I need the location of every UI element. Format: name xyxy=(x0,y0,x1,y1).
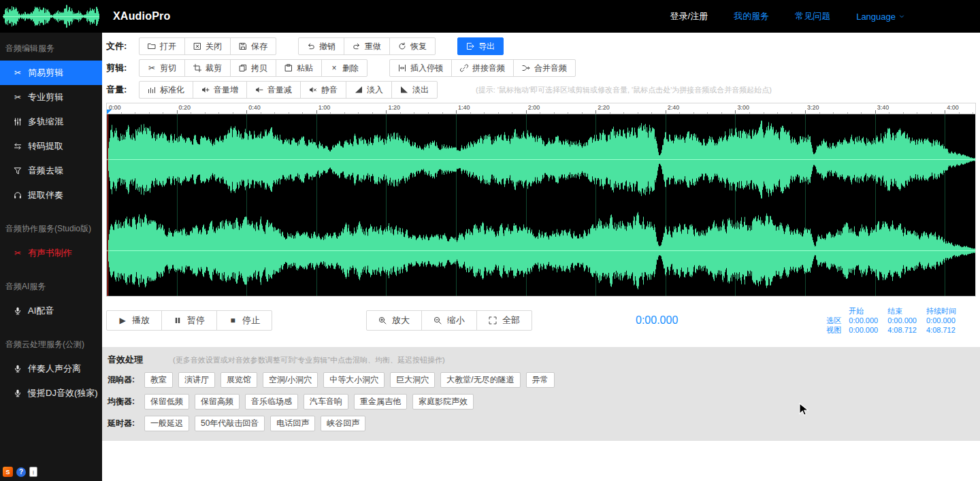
insert-pause-button[interactable]: 插入停顿 xyxy=(389,59,452,77)
zoom-out-button[interactable]: 缩小 xyxy=(421,310,477,331)
restore-button[interactable]: 恢复 xyxy=(389,37,436,55)
save-button[interactable]: 保存 xyxy=(230,37,276,55)
mic-icon xyxy=(14,389,22,397)
cut-button[interactable]: ✂剪切 xyxy=(139,59,185,77)
effect-button[interactable]: 音乐临场感 xyxy=(245,394,298,410)
top-bar: XAudioPro 登录/注册我的服务常见问题Language xyxy=(0,0,980,33)
effect-button[interactable]: 演讲厅 xyxy=(178,372,215,388)
zoom-out-icon xyxy=(434,316,442,325)
sidebar-item[interactable]: ✂简易剪辑 xyxy=(0,61,102,85)
extension-icon[interactable]: S xyxy=(3,467,13,477)
effect-button[interactable]: 大教堂/无尽的隧道 xyxy=(440,372,520,388)
sidebar-item[interactable]: ✂专业剪辑 xyxy=(0,85,102,110)
undo-icon xyxy=(307,42,315,50)
zoom-in-button[interactable]: 放大 xyxy=(366,310,422,331)
effect-button[interactable]: 保留高频 xyxy=(195,394,240,410)
close-icon xyxy=(193,42,201,50)
ruler-minor-tick xyxy=(833,112,834,114)
help-icon[interactable]: ? xyxy=(16,467,26,477)
play-button[interactable]: ▶播放 xyxy=(106,310,162,331)
effect-button[interactable]: 峡谷回声 xyxy=(321,416,365,431)
ruler-minor-tick xyxy=(931,112,932,114)
ruler-minor-tick xyxy=(358,112,359,114)
button-label: 标准化 xyxy=(160,84,184,96)
nav-link[interactable]: Language xyxy=(856,12,905,22)
play-icon: ▶ xyxy=(118,316,127,325)
zoom-controls: 放大缩小全部 xyxy=(366,310,532,331)
menu-icon[interactable]: ⁝ xyxy=(29,467,37,477)
ruler-minor-tick xyxy=(582,112,583,114)
stop-icon: ■ xyxy=(229,316,237,325)
fade-out-button[interactable]: 淡出 xyxy=(391,81,438,99)
pause-button[interactable]: 暂停 xyxy=(161,310,217,331)
main-content: 文件:打开关闭保存撤销重做恢复导出剪辑:✂剪切裁剪拷贝粘贴×删除插入停顿拼接音频… xyxy=(102,33,980,481)
effect-button[interactable]: 家庭影院声效 xyxy=(412,394,474,410)
sidebar-item[interactable]: 转码提取 xyxy=(0,134,102,159)
effect-button[interactable]: 电话回声 xyxy=(270,416,315,431)
fade-in-button[interactable]: 淡入 xyxy=(346,81,392,99)
copy-button[interactable]: 拷贝 xyxy=(230,59,276,77)
sidebar-item[interactable]: ✂有声书制作 xyxy=(0,241,102,265)
timeline-ruler[interactable]: 0:000:200:401:001:201:402:002:202:403:00… xyxy=(107,103,975,114)
redo-button[interactable]: 重做 xyxy=(344,37,390,55)
effect-button[interactable]: 展览馆 xyxy=(220,372,257,388)
button-label: 播放 xyxy=(132,314,150,327)
ruler-minor-tick xyxy=(861,112,862,114)
playhead-marker[interactable] xyxy=(107,110,112,114)
sidebar-item[interactable]: 音频去噪 xyxy=(0,159,102,183)
effect-button[interactable]: 教室 xyxy=(144,372,173,388)
effect-button[interactable]: 保留低频 xyxy=(144,394,189,410)
sidebar-section-header: 音频云处理服务(公测) xyxy=(0,329,102,356)
effect-button[interactable]: 异常 xyxy=(526,372,555,388)
stop-button[interactable]: ■停止 xyxy=(216,310,272,331)
close-button[interactable]: 关闭 xyxy=(184,37,231,55)
export-icon xyxy=(466,42,474,50)
waveform-canvas[interactable] xyxy=(107,114,975,296)
vol-down-button[interactable]: 音量减 xyxy=(246,81,301,99)
toolbar-row: 文件:打开关闭保存撤销重做恢复导出 xyxy=(106,37,976,55)
ruler-tick xyxy=(666,110,666,114)
caret-icon xyxy=(898,13,905,20)
folder-button[interactable]: 打开 xyxy=(139,37,185,55)
sidebar-item[interactable]: 伴奏人声分离 xyxy=(0,356,102,381)
export-button[interactable]: 导出 xyxy=(457,37,504,55)
restore-icon xyxy=(398,42,406,50)
headphones-icon xyxy=(14,191,22,199)
fade-in-icon xyxy=(355,86,363,94)
effect-button[interactable]: 汽车音响 xyxy=(304,394,348,410)
fit-all-button[interactable]: 全部 xyxy=(476,310,532,331)
waveform-editor: 0:000:200:401:001:201:402:002:202:403:00… xyxy=(106,103,976,297)
nav-link[interactable]: 登录/注册 xyxy=(670,10,708,22)
playback-controls: ▶播放暂停■停止 xyxy=(106,310,272,331)
crop-button[interactable]: 裁剪 xyxy=(184,59,231,77)
ruler-minor-tick xyxy=(638,112,638,114)
top-nav: 登录/注册我的服务常见问题Language xyxy=(670,10,980,22)
paste-button[interactable]: 粘贴 xyxy=(276,59,322,77)
normalize-icon xyxy=(148,86,156,94)
effect-button[interactable]: 50年代敲击回音 xyxy=(195,416,265,431)
ruler-minor-tick xyxy=(274,112,275,114)
delete-button[interactable]: ×删除 xyxy=(321,59,368,77)
undo-button[interactable]: 撤销 xyxy=(298,37,344,55)
ruler-minor-tick xyxy=(289,112,289,114)
sidebar-item[interactable]: 慢摇DJ音效(独家) xyxy=(0,381,102,405)
sidebar-item[interactable]: 多轨缩混 xyxy=(0,110,102,134)
ruler-minor-tick xyxy=(721,112,722,114)
normalize-button[interactable]: 标准化 xyxy=(139,81,193,99)
info-value: 4:08.712 xyxy=(921,325,961,335)
effect-button[interactable]: 巨大洞穴 xyxy=(390,372,435,388)
effect-button[interactable]: 中等大小洞穴 xyxy=(323,372,385,388)
nav-link[interactable]: 常见问题 xyxy=(795,10,830,22)
mute-button[interactable]: 静音 xyxy=(300,81,346,99)
nav-link[interactable]: 我的服务 xyxy=(734,10,769,22)
sidebar-item[interactable]: 提取伴奏 xyxy=(0,183,102,208)
app-logo-waveform[interactable] xyxy=(0,0,102,33)
sidebar-item[interactable]: AI配音 xyxy=(0,299,102,323)
vol-up-button[interactable]: 音量增 xyxy=(193,81,247,99)
effect-button[interactable]: 重金属吉他 xyxy=(354,394,407,410)
ruler-tick-label: 2:00 xyxy=(528,104,540,111)
merge-button[interactable]: 合并音频 xyxy=(513,59,576,77)
effect-button[interactable]: 空洞/小洞穴 xyxy=(263,372,318,388)
effect-button[interactable]: 一般延迟 xyxy=(144,416,189,431)
join-button[interactable]: 拼接音频 xyxy=(451,59,514,77)
